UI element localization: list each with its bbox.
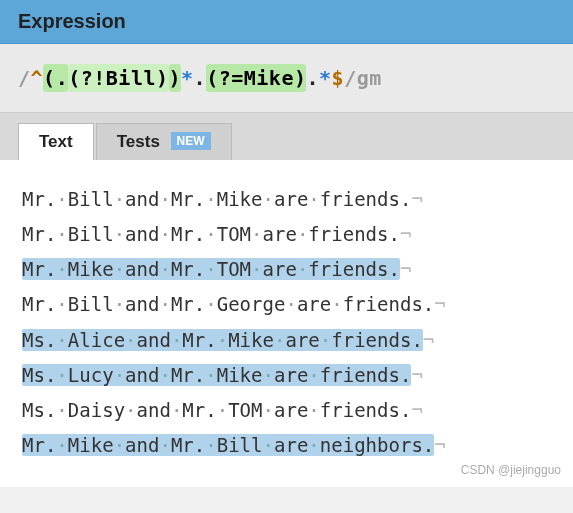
expression-header: Expression [0,0,573,44]
tab-tests-label: Tests [117,132,160,151]
tab-bar: Text Tests NEW [0,113,573,160]
test-line: Mr.·Bill·and·Mr.·TOM·are·friends.¬ [22,217,551,252]
expression-display[interactable]: /^(.(?!Bill))*.(?=Mike).*$/gm [0,44,573,113]
test-line: Mr.·Mike·and·Mr.·Bill·are·neighbors.¬ [22,428,551,463]
test-line: Ms.·Alice·and·Mr.·Mike·are·friends.¬ [22,323,551,358]
tab-tests[interactable]: Tests NEW [96,123,232,160]
expression-title: Expression [18,10,126,32]
test-line: Mr.·Bill·and·Mr.·Mike·are·friends.¬ [22,182,551,217]
test-line: Mr.·Bill·and·Mr.·George·are·friends.¬ [22,287,551,322]
test-line: Mr.·Mike·and·Mr.·TOM·are·friends.¬ [22,252,551,287]
expression-text: /^(.(?!Bill))*.(?=Mike).*$/gm [18,64,382,92]
test-text-area[interactable]: Mr.·Bill·and·Mr.·Mike·are·friends.¬Mr.·B… [0,160,573,487]
test-line: Ms.·Daisy·and·Mr.·TOM·are·friends.¬ [22,393,551,428]
test-line: Ms.·Lucy·and·Mr.·Mike·are·friends.¬ [22,358,551,393]
tab-text[interactable]: Text [18,123,94,160]
watermark: CSDN @jiejingguo [461,459,561,481]
new-badge: NEW [171,132,211,150]
